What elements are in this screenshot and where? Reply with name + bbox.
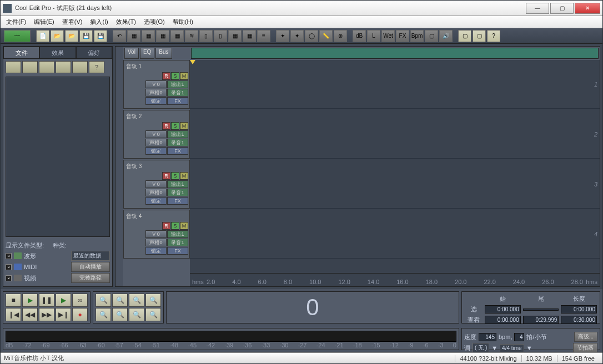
tab-prefs[interactable]: 偏好: [76, 47, 112, 59]
track-fx[interactable]: FX: [167, 97, 188, 105]
beats-value[interactable]: 4: [514, 333, 524, 341]
menu-options[interactable]: 选项(O): [140, 17, 168, 27]
bpm-button[interactable]: Bpm: [410, 30, 424, 42]
new-button[interactable]: 📄: [36, 30, 49, 42]
track-mute-button[interactable]: M: [180, 172, 188, 180]
tool2-button[interactable]: ▦: [142, 30, 155, 42]
gostart-button[interactable]: ❙◀: [6, 308, 21, 321]
track-solo-button[interactable]: S: [171, 222, 179, 230]
zoom7-button[interactable]: 🔍: [129, 308, 144, 321]
track-solo-button[interactable]: S: [171, 122, 179, 130]
tool6-button[interactable]: ▯: [199, 30, 213, 42]
wet-button[interactable]: Wet: [381, 30, 395, 42]
track-pan[interactable]: 声相0: [145, 89, 167, 97]
tool1-button[interactable]: ▦: [127, 30, 140, 42]
fullpath-button[interactable]: 完整路径: [71, 273, 110, 283]
view-length[interactable]: 0:30.000: [561, 316, 597, 324]
track-pan[interactable]: 声相0: [145, 189, 167, 196]
goend-button[interactable]: ▶❙: [56, 308, 71, 321]
menu-view[interactable]: 查看(V): [59, 17, 86, 27]
open2-button[interactable]: 📂: [65, 30, 78, 42]
wave-track-1[interactable]: 1: [190, 60, 600, 109]
recent-select[interactable]: 最近的数据: [71, 251, 110, 261]
minimize-button[interactable]: —: [526, 3, 549, 14]
sel-length[interactable]: 0:00.000: [561, 305, 597, 314]
track-lock[interactable]: 锁定: [145, 97, 167, 105]
lp-help-button[interactable]: ?: [89, 61, 104, 73]
tool17-button[interactable]: 🔊: [439, 30, 453, 42]
track-volume[interactable]: V 0: [145, 80, 167, 88]
tool18-button[interactable]: ▢: [458, 30, 471, 42]
zoom8-button[interactable]: 🔍: [145, 308, 161, 321]
zoomsel-button[interactable]: 🔍: [145, 294, 161, 307]
playloop-button[interactable]: ▶: [56, 294, 71, 307]
l-button[interactable]: L: [367, 30, 380, 42]
track-volume[interactable]: V 0: [145, 180, 167, 188]
menu-edit[interactable]: 编辑(E): [31, 17, 58, 27]
tool15-button[interactable]: ⊕: [334, 30, 347, 42]
tool3-button[interactable]: ▦: [156, 30, 169, 42]
track-recinput[interactable]: 录音1: [167, 189, 188, 196]
track-output[interactable]: 输出1: [167, 230, 188, 238]
track-fx[interactable]: FX: [167, 197, 188, 205]
saveall-button[interactable]: 💾: [94, 30, 107, 42]
pause-button[interactable]: ❚❚: [39, 294, 54, 307]
advanced-button[interactable]: 高级...: [574, 332, 597, 342]
track-recinput[interactable]: 录音1: [167, 239, 188, 246]
help-button[interactable]: ?: [487, 30, 500, 42]
chk-waveform[interactable]: ×: [6, 253, 12, 259]
track-output[interactable]: 输出1: [167, 180, 188, 188]
undo-button[interactable]: ↶: [113, 30, 126, 42]
track-head-3[interactable]: 音轨 3 RSM V 0输出1 声相0录音1 锁定FX: [123, 160, 190, 209]
menu-effects[interactable]: 效果(T): [113, 17, 139, 27]
track-output[interactable]: 输出1: [167, 80, 188, 88]
track-head-4[interactable]: 音轨 4 RSM V 0输出1 声相0录音1 锁定FX: [123, 210, 190, 259]
track-record-button[interactable]: R: [162, 222, 170, 230]
tool8-button[interactable]: ▦: [228, 30, 242, 42]
wave-track-4[interactable]: 4: [190, 210, 600, 259]
lp-btn4[interactable]: [56, 61, 71, 73]
tool19-button[interactable]: ▢: [473, 30, 486, 42]
tab-files[interactable]: 文件: [3, 47, 39, 59]
tool9-button[interactable]: ▦: [243, 30, 256, 42]
track-pan[interactable]: 声相0: [145, 239, 167, 246]
tool16-button[interactable]: ▢: [425, 30, 438, 42]
track-lock[interactable]: 锁定: [145, 197, 167, 205]
track-solo-button[interactable]: S: [171, 172, 179, 180]
lp-btn2[interactable]: [22, 61, 38, 73]
tool4-button[interactable]: ▦: [170, 30, 184, 42]
close-button[interactable]: ✕: [575, 3, 600, 14]
waveform-area[interactable]: 1234 hms 2.04.06.08.010.012.014.016.018.…: [190, 60, 600, 286]
minitab-eq[interactable]: EQ: [140, 48, 154, 59]
dropdown-icon[interactable]: ▼: [491, 345, 498, 351]
tool7-button[interactable]: ▯: [214, 30, 227, 42]
track-mute-button[interactable]: M: [180, 122, 188, 130]
zoom6-button[interactable]: 🔍: [112, 308, 128, 321]
tool5-button[interactable]: ≋: [185, 30, 198, 42]
track-recinput[interactable]: 录音1: [167, 89, 188, 97]
track-record-button[interactable]: R: [162, 72, 170, 80]
rewind-button[interactable]: ◀◀: [22, 308, 38, 321]
zoomin-button[interactable]: 🔍: [96, 294, 111, 307]
tool13-button[interactable]: ◯: [305, 30, 318, 42]
track-mute-button[interactable]: M: [180, 222, 188, 230]
menu-insert[interactable]: 插入(I): [87, 17, 111, 27]
zoom5-button[interactable]: 🔍: [96, 308, 111, 321]
track-output[interactable]: 输出1: [167, 130, 188, 138]
dropdown-icon[interactable]: ▼: [526, 345, 532, 351]
tool14-button[interactable]: 📏: [319, 30, 333, 42]
track-recinput[interactable]: 录音1: [167, 139, 188, 146]
wave-track-2[interactable]: 2: [190, 110, 600, 159]
chk-video[interactable]: ×: [6, 275, 12, 281]
metronome-button[interactable]: 节拍器: [573, 343, 597, 353]
lp-btn5[interactable]: [72, 61, 88, 73]
loop-button[interactable]: ∞: [72, 294, 88, 307]
track-lock[interactable]: 锁定: [145, 147, 167, 155]
wave-track-3[interactable]: 3: [190, 160, 600, 209]
lp-btn3[interactable]: [39, 61, 54, 73]
open-button[interactable]: 📂: [51, 30, 64, 42]
waveform-toggle-button[interactable]: 〰: [4, 30, 31, 42]
autoplay-button[interactable]: 自动播放: [71, 262, 110, 272]
time-ruler[interactable]: hms 2.04.06.08.010.012.014.016.018.020.0…: [190, 273, 600, 286]
tool12-button[interactable]: ✦: [290, 30, 304, 42]
